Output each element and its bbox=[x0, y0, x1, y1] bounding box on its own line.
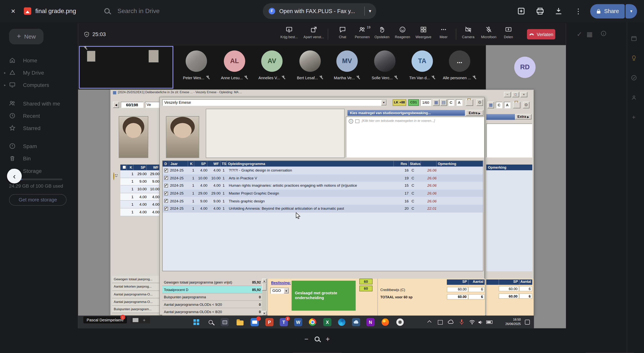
add-panel-icon[interactable]: + bbox=[630, 113, 638, 121]
new-button[interactable]: +New bbox=[9, 29, 44, 44]
participant-tile[interactable]: Peter Wes... bbox=[180, 50, 213, 80]
a-tool-button[interactable]: A bbox=[456, 99, 462, 106]
camera-app-icon[interactable] bbox=[396, 318, 404, 326]
leave-meeting-button[interactable]: Verlaten bbox=[527, 29, 555, 39]
more-options-icon[interactable]: ⋮ bbox=[573, 6, 583, 16]
decision-link[interactable]: Beslissing: bbox=[271, 281, 291, 285]
chrome-icon[interactable] bbox=[308, 318, 316, 326]
share-button[interactable]: Share bbox=[590, 4, 625, 18]
course-row[interactable]: 2024-25 1 4.00 4.00 1 Human rights imagi… bbox=[163, 182, 483, 190]
get-more-storage-button[interactable]: Get more storage bbox=[9, 194, 66, 206]
share-dropdown[interactable]: ▾ bbox=[626, 4, 637, 18]
edge-icon[interactable] bbox=[338, 318, 346, 326]
grid-view-icon[interactable]: ▦ bbox=[586, 30, 592, 38]
chevron-down-icon[interactable]: ▼ bbox=[284, 288, 289, 294]
participant-tile[interactable]: Bert Lesaf... bbox=[294, 50, 326, 80]
col-ts[interactable]: TS bbox=[220, 161, 227, 167]
decision-dropdown[interactable]: GGO ▼ bbox=[270, 288, 289, 294]
course-row[interactable]: 2024-25 1 29.00 29.00 1 Master Project G… bbox=[163, 190, 483, 197]
sidebar-item-spam[interactable]: Spam bbox=[3, 140, 76, 152]
grid-tool-icon[interactable]: ▦ bbox=[488, 102, 494, 108]
col-d[interactable]: D bbox=[163, 161, 169, 167]
course-row[interactable]: 2024-25 1 4.00 4.00 1 Unfolding Amnesia:… bbox=[163, 205, 483, 212]
participant-tile-all[interactable]: ...Alle personen ... bbox=[443, 50, 476, 80]
col-res[interactable]: Res bbox=[394, 161, 408, 167]
left-table-row[interactable]: 1 4.00 4.00 bbox=[120, 193, 160, 201]
calendar-icon[interactable] bbox=[630, 34, 638, 42]
left-table-row[interactable]: 1 10.00 10.00 bbox=[120, 186, 160, 193]
grid-tool-icon[interactable]: ▦ bbox=[433, 99, 440, 106]
teams-control-react[interactable]: Reageren bbox=[391, 26, 414, 43]
sidebar-item-recent[interactable]: Recent bbox=[3, 109, 76, 122]
minimize-button[interactable]: − bbox=[504, 92, 511, 97]
search-in-drive-label[interactable]: Search in Drive bbox=[118, 0, 160, 22]
self-video-tile[interactable] bbox=[79, 46, 174, 89]
col-wf[interactable]: WF bbox=[207, 161, 220, 167]
prev-student-button[interactable]: ◀ bbox=[113, 102, 119, 108]
participant-tile-rd[interactable]: RD bbox=[514, 57, 536, 78]
left-table-row[interactable]: 1 9.00 9.00 bbox=[120, 178, 160, 186]
a-tool-button[interactable]: A bbox=[504, 102, 510, 108]
participant-tile[interactable]: MVMartha Ve... bbox=[331, 50, 364, 80]
briefcase-tool-button[interactable] bbox=[466, 99, 473, 106]
new-tab-chip[interactable]: + bbox=[130, 316, 150, 323]
teams-control-raise-hand[interactable]: Opsteken bbox=[370, 26, 394, 43]
chevron-down-icon[interactable]: ▾ bbox=[368, 8, 376, 14]
onedrive-icon[interactable] bbox=[352, 318, 360, 326]
participant-tile[interactable]: Sofie Verc... bbox=[368, 50, 401, 80]
extra-button-back[interactable]: Extra ▶ bbox=[515, 114, 532, 119]
left-table-row[interactable]: 1 4.00 4.00 bbox=[120, 209, 160, 216]
teams-control-popout[interactable]: Apart venst... bbox=[302, 26, 325, 43]
onenote-icon[interactable]: N bbox=[366, 318, 374, 326]
list-tool-icon[interactable]: ▤ bbox=[440, 99, 447, 106]
scrollbar-thumb[interactable] bbox=[262, 283, 267, 291]
taskbar-search-icon[interactable] bbox=[206, 318, 215, 326]
word-icon[interactable]: W bbox=[294, 318, 302, 326]
start-button[interactable] bbox=[192, 318, 200, 326]
col-date[interactable] bbox=[421, 161, 436, 167]
open-with-button[interactable]: F Open with FAX.PLUS - Fax y... ▾ bbox=[263, 3, 376, 19]
teams-control-camera[interactable]: Camera bbox=[457, 26, 480, 43]
sidebar-item-home[interactable]: Home bbox=[3, 54, 76, 66]
course-checkbox[interactable] bbox=[164, 199, 168, 203]
select-check-icon[interactable]: ✓ bbox=[576, 30, 582, 38]
teams-control-request[interactable]: Krijg best... bbox=[278, 26, 301, 43]
student-filter-input[interactable]: Ve bbox=[145, 102, 160, 108]
summary-row[interactable]: Gewogen totaal jaarprogramma (geen vrijs… bbox=[162, 279, 262, 286]
tasks-icon[interactable] bbox=[630, 74, 638, 81]
course-checkbox[interactable] bbox=[164, 184, 168, 187]
course-row[interactable]: 2024-25 1 9.00 9.00 1 Thesis graphic des… bbox=[163, 197, 483, 205]
teams-control-view[interactable]: Weergave bbox=[412, 26, 435, 43]
course-checkbox[interactable] bbox=[164, 207, 168, 210]
contacts-icon[interactable] bbox=[630, 94, 638, 101]
col-k[interactable]: K bbox=[188, 161, 194, 167]
course-checkbox[interactable] bbox=[164, 191, 168, 195]
course-checkbox[interactable] bbox=[164, 176, 168, 180]
briefcase-tool-button[interactable] bbox=[513, 102, 520, 108]
language-icon[interactable] bbox=[438, 320, 443, 328]
left-table-row[interactable]: 1 4.00 4.00 bbox=[120, 201, 160, 209]
chevron-down-icon[interactable]: ▼ bbox=[381, 100, 386, 105]
zoom-magnifier-icon[interactable] bbox=[312, 335, 322, 344]
summary-scrollbar[interactable]: ▲ ▼ bbox=[262, 279, 267, 316]
cd1-button[interactable]: CD1 bbox=[408, 99, 419, 106]
powerpoint-icon[interactable]: P bbox=[265, 318, 274, 326]
c-tool-button[interactable]: C bbox=[448, 99, 454, 106]
volume-icon[interactable] bbox=[478, 320, 484, 328]
course-row[interactable]: 2024-25 1 4.00 4.00 1 ?!?!?! - Graphic d… bbox=[163, 167, 483, 174]
col-sp[interactable]: SP bbox=[194, 161, 207, 167]
wifi-icon[interactable] bbox=[469, 320, 475, 328]
close-window-button[interactable]: × bbox=[520, 92, 527, 97]
col-jaar[interactable]: Jaar bbox=[169, 161, 188, 167]
summary-row[interactable]: Aantal jaarprogramma-OLODs < 9/20 0 bbox=[162, 301, 262, 308]
teams-control-share[interactable]: Delen bbox=[497, 26, 520, 43]
sidebar-item-my-drive[interactable]: My Drive bbox=[3, 66, 76, 79]
sidebar-item-starred[interactable]: Starred bbox=[3, 122, 76, 134]
teams-control-more[interactable]: Meer bbox=[432, 26, 455, 43]
scroll-down-icon[interactable]: ▼ bbox=[262, 311, 267, 316]
search-icon[interactable] bbox=[104, 8, 110, 14]
lk-button[interactable]: LK +88 bbox=[393, 99, 406, 106]
left-table-row[interactable]: 1 29.00 29.00 bbox=[120, 170, 160, 178]
previous-file-button[interactable]: ‹ bbox=[7, 169, 22, 183]
student-combobox[interactable]: Veszely Emese ▼ bbox=[162, 99, 387, 106]
